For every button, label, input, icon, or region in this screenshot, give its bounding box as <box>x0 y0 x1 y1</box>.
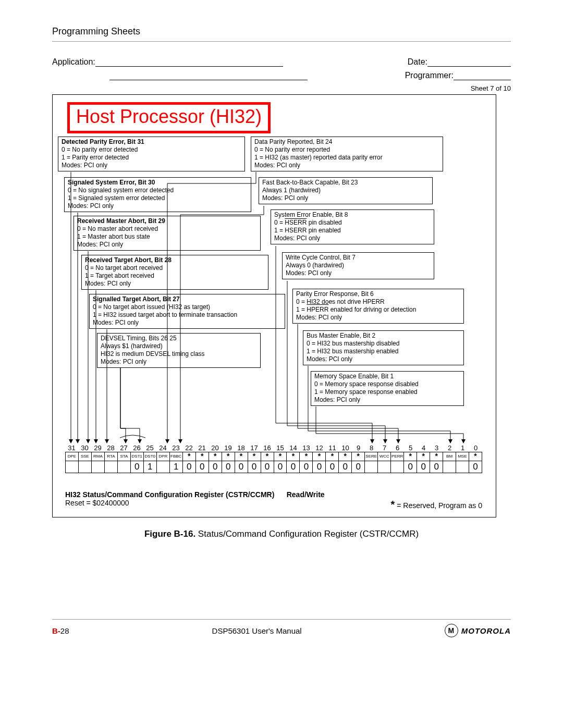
bit-value: 0 <box>469 461 482 473</box>
application-line[interactable] <box>95 66 283 67</box>
bit-value: 0 <box>338 461 351 473</box>
reserved-bit: * <box>417 452 430 461</box>
figure-text: Status/Command Configuration Register (C… <box>195 529 419 539</box>
footer-divider <box>52 619 511 620</box>
application-line-2[interactable] <box>109 80 308 80</box>
bit-number: 11 <box>326 444 339 452</box>
bit-number: 6 <box>391 444 404 452</box>
reserved-bit: * <box>325 452 338 461</box>
bit-value: 0 <box>195 461 209 473</box>
reserved-bit: * <box>235 452 248 461</box>
bit-description-box: DEVSEL Timing, Bits 26 25Always $1 (hard… <box>97 333 261 368</box>
bit-number: 5 <box>404 444 417 452</box>
bit-number: 14 <box>287 444 300 452</box>
bit-number: 0 <box>469 444 482 452</box>
register-reset: Reset = $02400000 <box>65 499 129 507</box>
brand-text: MOTOROLA <box>461 626 511 635</box>
register-grid: 3130292827262524232221201918171615141312… <box>65 444 482 473</box>
bit-number: 28 <box>104 444 117 452</box>
bit-number: 29 <box>91 444 104 452</box>
reserved-bit: * <box>338 452 351 461</box>
bit-value <box>377 461 390 473</box>
bit-label: BM <box>443 452 456 461</box>
bit-number: 20 <box>209 444 222 452</box>
bit-value: 1 <box>143 461 156 473</box>
bit-label: MSE <box>456 452 469 461</box>
bit-label: RMA <box>91 452 104 461</box>
reserved-note: = Reserved, Program as 0 <box>397 501 482 510</box>
programmer-line[interactable] <box>454 80 511 80</box>
bit-value <box>91 461 104 473</box>
page-footer: B-28 DSP56301 User's Manual M MOTOROLA <box>52 615 511 637</box>
bit-value: 0 <box>248 461 261 473</box>
register-footer: HI32 Status/Command Configuration Regist… <box>65 490 482 511</box>
bit-number: 1 <box>456 444 469 452</box>
bit-description-box: Parity Error Response, Bit 60 = HI32 doe… <box>292 289 464 324</box>
page-number: B-28 <box>52 626 69 635</box>
bit-numbers-row: 3130292827262524232221201918171615141312… <box>65 444 482 452</box>
section-title: Programming Sheets <box>52 26 511 37</box>
bit-description-box: Memory Space Enable, Bit 10 = Memory spa… <box>311 371 464 406</box>
bit-description-box: Received Target Abort, Bit 280 = No targ… <box>81 255 268 290</box>
bit-number: 21 <box>195 444 209 452</box>
bit-value: 0 <box>261 461 274 473</box>
bit-value: 0 <box>130 461 143 473</box>
bit-number: 10 <box>339 444 352 452</box>
bit-number: 13 <box>300 444 313 452</box>
form-row-1: Application: Date: <box>52 57 511 67</box>
bit-number: 16 <box>261 444 274 452</box>
bit-description-box: Data Parity Reported, Bit 240 = No parit… <box>251 137 443 171</box>
bit-label: WCC <box>377 452 390 461</box>
form-row-2: Programmer: <box>52 71 511 80</box>
bit-labels-row: DPESSERMARTASTADST1DST0DPRFBBC**********… <box>65 452 482 461</box>
bit-value: 0 <box>417 461 430 473</box>
reserved-bit: * <box>299 452 312 461</box>
bit-label: DST1 <box>130 452 143 461</box>
bit-number: 24 <box>156 444 169 452</box>
bit-value: 0 <box>430 461 443 473</box>
bit-value <box>456 461 469 473</box>
manual-title: DSP56301 User's Manual <box>212 626 302 635</box>
bit-number: 15 <box>274 444 287 452</box>
bit-value: 1 <box>169 461 182 473</box>
bit-value <box>390 461 403 473</box>
bit-number: 17 <box>248 444 261 452</box>
reserved-bit: * <box>261 452 274 461</box>
bit-label: SSE <box>78 452 91 461</box>
bit-value <box>364 461 377 473</box>
bit-number: 8 <box>365 444 378 452</box>
bit-number: 22 <box>182 444 195 452</box>
register-rw: Read/Write <box>287 490 325 499</box>
bit-label: DST0 <box>143 452 156 461</box>
bit-value: 0 <box>312 461 325 473</box>
bit-description-box: Received Master Abort, Bit 290 = No mast… <box>74 216 261 251</box>
bit-number: 7 <box>378 444 391 452</box>
bit-number: 2 <box>443 444 456 452</box>
sheet-info: Sheet 7 of 10 <box>52 84 511 92</box>
bit-value <box>443 461 456 473</box>
page-prefix: B- <box>52 626 60 635</box>
figure-label: Figure B-16. <box>144 529 195 539</box>
reserved-bit: * <box>430 452 443 461</box>
bit-label: SERE <box>364 452 377 461</box>
bit-value: 0 <box>209 461 222 473</box>
figure-caption: Figure B-16. Status/Command Configuratio… <box>52 529 511 539</box>
bit-number: 30 <box>78 444 91 452</box>
bit-number: 19 <box>222 444 235 452</box>
bit-value: 0 <box>351 461 364 473</box>
diagram-title: Host Processor (HI32) <box>76 106 262 127</box>
reserved-bit: * <box>403 452 417 461</box>
bit-label: DPR <box>156 452 169 461</box>
page-num: 28 <box>60 626 69 635</box>
bit-number: 23 <box>169 444 182 452</box>
diagram-title-box: Host Processor (HI32) <box>67 102 271 133</box>
bit-value <box>156 461 169 473</box>
date-label: Date: <box>408 57 427 67</box>
bit-description-box: Write Cycle Control, Bit 7Always 0 (hard… <box>282 252 434 279</box>
bit-value <box>65 461 78 473</box>
bit-label: STA <box>117 452 130 461</box>
bit-value: 0 <box>222 461 235 473</box>
date-line[interactable] <box>427 66 511 67</box>
bit-value: 0 <box>274 461 287 473</box>
bit-label: PERR <box>390 452 403 461</box>
